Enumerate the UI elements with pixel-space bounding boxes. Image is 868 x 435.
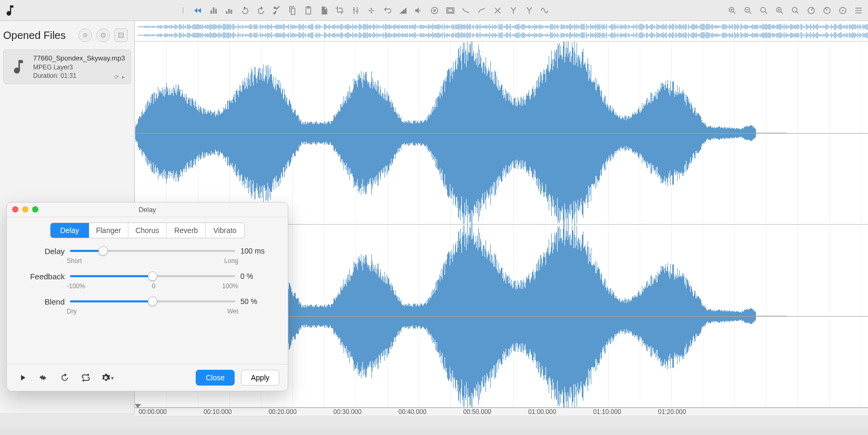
cut-icon[interactable] <box>269 3 284 18</box>
paste-icon[interactable] <box>301 3 316 18</box>
svg-rect-0 <box>183 7 184 14</box>
time-tick: 00:10.000 <box>204 408 231 416</box>
file-duration: Duration: 01:31 <box>33 72 125 79</box>
time-tick: 00:20.000 <box>268 408 296 416</box>
file-meta: 77660_Spondex_Skyway.mp3 MPEG Layer3 Dur… <box>33 54 125 79</box>
tool-building2-icon[interactable] <box>222 3 237 18</box>
svg-point-14 <box>84 34 87 37</box>
dialog-footer: ▾ Close Apply <box>7 364 288 391</box>
time-tick: 01:10.000 <box>593 408 621 416</box>
blend-slider-row: Blend 50 % <box>23 296 272 307</box>
dialog-titlebar[interactable]: Delay <box>7 203 288 217</box>
tuner3-icon[interactable] <box>835 3 850 18</box>
feedback-right-label: 100% <box>222 282 238 290</box>
dialog-title: Delay <box>138 206 156 214</box>
toolbar-divider <box>176 3 190 18</box>
svg-point-7 <box>761 7 765 12</box>
file-list-item[interactable]: 77660_Spondex_Skyway.mp3 MPEG Layer3 Dur… <box>3 49 131 84</box>
main-toolbar <box>0 0 868 21</box>
preview-play-icon[interactable] <box>15 370 30 385</box>
blend-value: 50 % <box>240 297 272 306</box>
tab-reverb[interactable]: Reverb <box>167 223 206 238</box>
sidebar-title: Opened Files <box>3 29 66 42</box>
apply-button[interactable]: Apply <box>241 370 279 386</box>
preview-repeat-icon[interactable] <box>78 370 93 385</box>
tool-building-icon[interactable] <box>206 3 221 18</box>
svg-point-2 <box>433 9 436 12</box>
delay-value: 100 ms <box>240 247 272 255</box>
add-file-icon[interactable] <box>114 28 128 42</box>
track-left[interactable] <box>135 42 868 225</box>
effect-tabs: Delay Flanger Chorus Reverb Vibrato <box>50 222 245 238</box>
toolbar-tools-right <box>725 3 866 18</box>
status-bar <box>0 428 868 435</box>
slider-group: Delay 100 ms ShortLong Feedback 0 % -100… <box>7 246 288 315</box>
undo-icon[interactable] <box>238 3 253 18</box>
minimize-window-icon[interactable] <box>22 206 28 213</box>
preview-waveform-icon[interactable] <box>36 370 51 385</box>
window-icon[interactable] <box>443 3 458 18</box>
time-tick: 00:30.000 <box>334 408 361 416</box>
zoom-out-icon[interactable] <box>741 3 755 18</box>
delay-slider[interactable] <box>70 246 235 256</box>
list-icon[interactable] <box>851 3 866 18</box>
blend-slider[interactable] <box>70 296 235 307</box>
feedback-slider[interactable] <box>70 271 235 281</box>
music-note-icon <box>9 57 28 76</box>
sine-wave-icon[interactable] <box>538 3 552 18</box>
preview-settings-icon[interactable]: ▾ <box>99 370 114 385</box>
file-format: MPEG Layer3 <box>33 64 125 71</box>
volume-icon[interactable] <box>411 3 426 18</box>
tab-delay[interactable]: Delay <box>51 223 89 238</box>
feedback-mid-label: 0 <box>152 282 156 290</box>
curve-up-icon[interactable] <box>475 3 489 18</box>
y-fork-icon[interactable] <box>506 3 521 18</box>
divide-icon[interactable] <box>364 3 379 18</box>
record-icon[interactable] <box>78 28 92 42</box>
y-fork2-icon[interactable] <box>522 3 537 18</box>
zoom-out2-icon[interactable] <box>756 3 771 18</box>
close-button[interactable]: Close <box>196 370 235 386</box>
zoom-fit-icon[interactable] <box>772 3 787 18</box>
effects-dialog: Delay Delay Flanger Chorus Reverb Vibrat… <box>6 202 288 391</box>
time-tick: 00:50.000 <box>463 408 491 416</box>
equalizer-icon[interactable] <box>348 3 363 18</box>
redo-icon[interactable] <box>254 3 268 18</box>
svg-point-13 <box>842 9 844 11</box>
crop-icon[interactable] <box>332 3 347 18</box>
blend-right-label: Wet <box>227 308 238 315</box>
document-icon[interactable] <box>317 3 331 18</box>
file-play-badge[interactable]: ⟳▸ <box>114 74 125 80</box>
tuner1-icon[interactable] <box>804 3 819 18</box>
svg-point-16 <box>103 35 104 36</box>
overview-waveform[interactable] <box>135 21 868 42</box>
time-ruler[interactable]: 00:00.00000:10.00000:20.00000:30.00000:4… <box>135 408 868 416</box>
zoom-sel-icon[interactable] <box>788 3 803 18</box>
tab-vibrato[interactable]: Vibrato <box>206 223 244 238</box>
window-controls <box>12 206 38 213</box>
tuner2-icon[interactable] <box>820 3 834 18</box>
import-icon[interactable] <box>96 28 110 42</box>
close-window-icon[interactable] <box>12 206 18 213</box>
preview-loop-icon[interactable] <box>57 370 72 385</box>
app-logo <box>2 3 18 18</box>
time-tick: 01:20.000 <box>658 408 686 416</box>
zoom-in-icon[interactable] <box>725 3 740 18</box>
ramp-icon[interactable] <box>396 3 410 18</box>
time-tick: 01:00.000 <box>528 408 556 416</box>
tab-flanger[interactable]: Flanger <box>89 223 128 238</box>
delay-left-label: Short <box>67 257 82 265</box>
svg-point-18 <box>120 35 122 36</box>
x-cross-icon[interactable] <box>490 3 505 18</box>
undo2-icon[interactable] <box>380 3 395 18</box>
tab-chorus[interactable]: Chorus <box>128 223 167 238</box>
copy-icon[interactable] <box>285 3 300 18</box>
curve-down-icon[interactable] <box>459 3 473 18</box>
target-icon[interactable] <box>427 3 442 18</box>
playhead-marker[interactable] <box>135 404 141 408</box>
time-tick: 00:00.000 <box>139 408 167 416</box>
blend-label: Blend <box>23 297 65 306</box>
maximize-window-icon[interactable] <box>32 206 38 213</box>
rewind-icon[interactable] <box>190 3 205 18</box>
delay-slider-row: Delay 100 ms <box>23 246 272 256</box>
